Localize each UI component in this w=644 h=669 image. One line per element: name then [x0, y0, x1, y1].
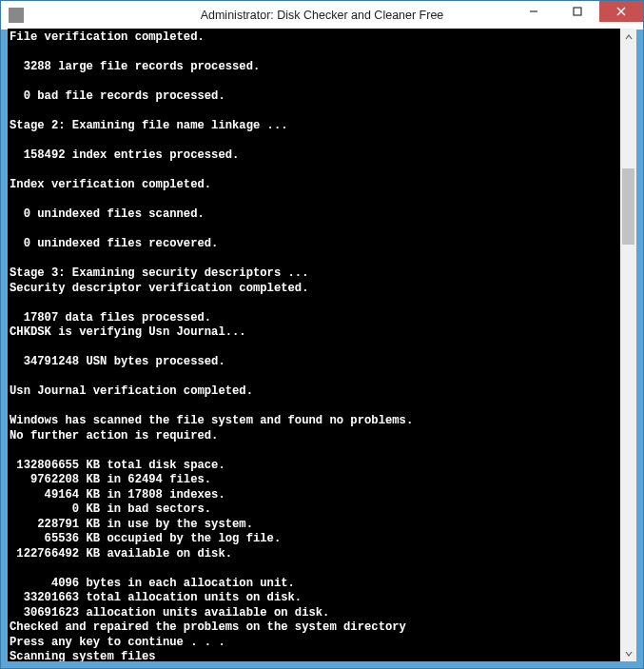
chevron-down-icon — [625, 650, 633, 658]
scrollbar-track[interactable] — [620, 45, 636, 645]
chevron-up-icon — [625, 33, 633, 41]
maximize-icon — [573, 7, 582, 16]
svg-rect-1 — [574, 8, 581, 15]
close-icon — [616, 7, 626, 16]
maximize-button[interactable] — [556, 1, 599, 22]
minimize-button[interactable] — [512, 1, 556, 22]
app-icon — [9, 8, 24, 23]
window-controls — [512, 1, 643, 30]
scrollbar-thumb[interactable] — [622, 168, 634, 245]
scroll-down-button[interactable] — [620, 645, 636, 661]
vertical-scrollbar[interactable] — [620, 29, 636, 661]
titlebar[interactable]: Administrator: Disk Checker and Cleaner … — [1, 1, 643, 30]
close-button[interactable] — [599, 1, 643, 22]
console-output[interactable]: File verification completed. 3288 large … — [8, 29, 620, 661]
scroll-up-button[interactable] — [620, 29, 636, 45]
console-window: File verification completed. 3288 large … — [8, 29, 636, 661]
minimize-icon — [529, 7, 538, 16]
